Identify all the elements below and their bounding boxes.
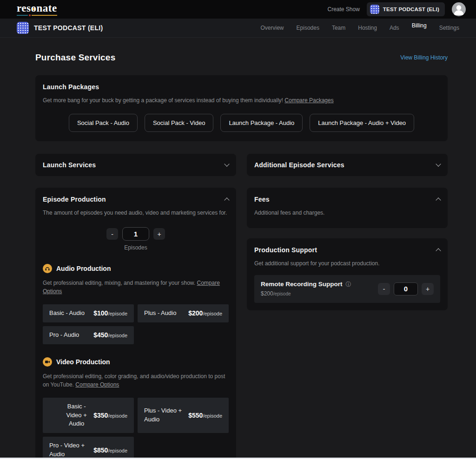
audio-option-pro[interactable]: Pro - Audio $450/episode xyxy=(43,326,134,344)
price-unit: /episode xyxy=(108,413,127,419)
option-price: $100/episode xyxy=(93,309,127,317)
production-support-header[interactable]: Production Support xyxy=(254,246,440,254)
audio-production-title: Audio Production xyxy=(56,265,111,272)
top-bar: resonate Create Show TEST PODCAST (ELI) xyxy=(0,0,476,19)
production-support-title: Production Support xyxy=(254,246,317,254)
remote-recording-label-row: Remote Recording Support ⓘ xyxy=(261,281,351,288)
chevron-down-icon xyxy=(436,161,441,166)
option-label: Plus - Video + Audio xyxy=(144,407,185,424)
video-production-description: Get professional editing, color grading,… xyxy=(43,372,229,389)
show-switcher-button[interactable]: TEST PODCAST (ELI) xyxy=(367,2,445,16)
nav-item-hosting[interactable]: Hosting xyxy=(358,25,377,31)
compare-packages-link[interactable]: Compare Packages xyxy=(284,97,333,104)
remote-recording-support-info: Remote Recording Support ⓘ $200/episode xyxy=(261,281,351,297)
option-price: $450/episode xyxy=(93,331,127,339)
episodes-stepper-block: - 1 + Episodes xyxy=(43,227,229,251)
show-header-bar: TEST PODCAST (ELI) Overview Episodes Tea… xyxy=(0,19,476,38)
logo-underline xyxy=(17,14,57,16)
audio-option-plus[interactable]: Plus - Audio $200/episode xyxy=(138,304,229,322)
audio-production-header: Audio Production xyxy=(43,264,229,273)
fees-header[interactable]: Fees xyxy=(254,196,440,203)
episodes-decrement-button[interactable]: - xyxy=(106,228,118,240)
option-price: $550/episode xyxy=(188,412,222,419)
launch-packages-card: Launch Packages Get more bang for your b… xyxy=(35,75,448,141)
audio-options-grid: Basic - Audio $100/episode Plus - Audio … xyxy=(43,304,229,344)
launch-services-title: Launch Services xyxy=(43,161,96,169)
show-identicon-large xyxy=(17,22,29,34)
price-amount: $350 xyxy=(93,412,108,419)
option-label: Basic - Video + Audio xyxy=(62,402,91,429)
nav-item-episodes[interactable]: Episodes xyxy=(297,25,319,31)
chevron-up-icon xyxy=(436,248,441,253)
option-price: $850/episode xyxy=(93,446,127,454)
episodes-stepper: - 1 + xyxy=(106,227,165,241)
video-compare-options-link[interactable]: Compare Options xyxy=(75,381,119,388)
remote-recording-stepper: - 0 + xyxy=(378,282,434,295)
fees-description: Additional fees and charges. xyxy=(254,209,440,217)
resonate-logo-text: resonate xyxy=(17,3,57,13)
view-billing-history-link[interactable]: View Billing History xyxy=(400,54,448,61)
create-show-link[interactable]: Create Show xyxy=(327,6,359,13)
logo-underline-dot xyxy=(29,14,31,16)
remote-recording-decrement-button[interactable]: - xyxy=(378,283,390,295)
video-production-section: Video Production Get professional editin… xyxy=(43,357,229,459)
audio-production-description: Get professional editing, mixing, and ma… xyxy=(43,279,229,295)
launch-package-audio-video-button[interactable]: Launch Package - Audio + Video xyxy=(310,114,414,132)
launch-packages-description-text: Get more bang for your buck by getting a… xyxy=(43,97,283,104)
option-price: $200/episode xyxy=(188,309,222,317)
audio-production-section: Audio Production Get professional editin… xyxy=(43,264,229,344)
nav-item-billing[interactable]: Billing xyxy=(412,22,427,29)
option-price: $350/episode xyxy=(93,412,127,419)
remote-recording-value-input[interactable]: 0 xyxy=(394,282,418,295)
fees-title: Fees xyxy=(254,196,270,203)
video-option-basic[interactable]: Basic - Video + Audio $350/episode xyxy=(43,398,134,433)
info-icon[interactable]: ⓘ xyxy=(346,282,351,287)
additional-episode-services-card[interactable]: Additional Episode Services xyxy=(247,154,448,176)
option-label: Pro - Video + Audio xyxy=(49,441,91,459)
nav-item-settings[interactable]: Settings xyxy=(439,25,459,31)
video-option-plus[interactable]: Plus - Video + Audio $550/episode xyxy=(138,398,229,433)
chevron-up-icon xyxy=(224,197,229,203)
option-label: Plus - Audio xyxy=(144,309,176,318)
launch-package-audio-button[interactable]: Launch Package - Audio xyxy=(220,114,303,132)
video-camera-icon xyxy=(43,357,52,367)
fees-card: Fees Additional fees and charges. xyxy=(247,188,448,228)
social-pack-video-button[interactable]: Social Pack - Video xyxy=(145,114,214,132)
remote-recording-price: $200/episode xyxy=(261,290,351,297)
nav-item-team[interactable]: Team xyxy=(332,25,345,31)
episode-production-header[interactable]: Episode Production xyxy=(43,196,229,203)
page-title: Purchase Services xyxy=(35,52,115,63)
logo-underline-teal xyxy=(17,15,28,16)
social-pack-audio-button[interactable]: Social Pack - Audio xyxy=(69,114,138,132)
episodes-label: Episodes xyxy=(124,244,147,251)
remote-recording-label: Remote Recording Support xyxy=(261,281,343,288)
video-production-description-text: Get professional editing, color grading,… xyxy=(43,373,225,388)
nav-item-overview[interactable]: Overview xyxy=(261,25,284,31)
page-head: Purchase Services View Billing History xyxy=(35,52,448,63)
launch-services-card[interactable]: Launch Services xyxy=(35,154,236,176)
episode-production-title: Episode Production xyxy=(43,196,106,203)
right-column: Additional Episode Services Fees Additio… xyxy=(247,154,448,310)
nav-item-ads[interactable]: Ads xyxy=(390,25,399,31)
remote-recording-increment-button[interactable]: + xyxy=(422,283,434,295)
video-option-pro[interactable]: Pro - Video + Audio $850/episode xyxy=(43,437,134,459)
price-unit: /episode xyxy=(108,311,127,316)
option-label: Basic - Audio xyxy=(49,309,85,318)
episodes-value-input[interactable]: 1 xyxy=(122,227,149,241)
launch-packages-description: Get more bang for your buck by getting a… xyxy=(43,96,440,105)
resonate-logo[interactable]: resonate xyxy=(17,3,57,16)
audio-production-description-text: Get professional editing, mixing, and ma… xyxy=(43,280,195,286)
price-amount: $550 xyxy=(188,412,203,419)
person-icon xyxy=(452,2,466,16)
price-unit: /episode xyxy=(108,333,127,338)
additional-episode-services-title: Additional Episode Services xyxy=(254,161,344,169)
user-avatar[interactable] xyxy=(452,2,466,16)
production-support-description: Get additional support for your podcast … xyxy=(254,259,440,268)
left-column: Launch Services Episode Production The a… xyxy=(35,154,236,459)
logo-underline-amber xyxy=(32,15,57,16)
episodes-increment-button[interactable]: + xyxy=(153,228,165,240)
audio-option-basic[interactable]: Basic - Audio $100/episode xyxy=(43,304,134,322)
price-amount: $100 xyxy=(93,309,108,317)
show-switcher-label: TEST PODCAST (ELI) xyxy=(383,7,439,12)
episode-production-description: The amount of episodes you need audio, v… xyxy=(43,209,229,217)
